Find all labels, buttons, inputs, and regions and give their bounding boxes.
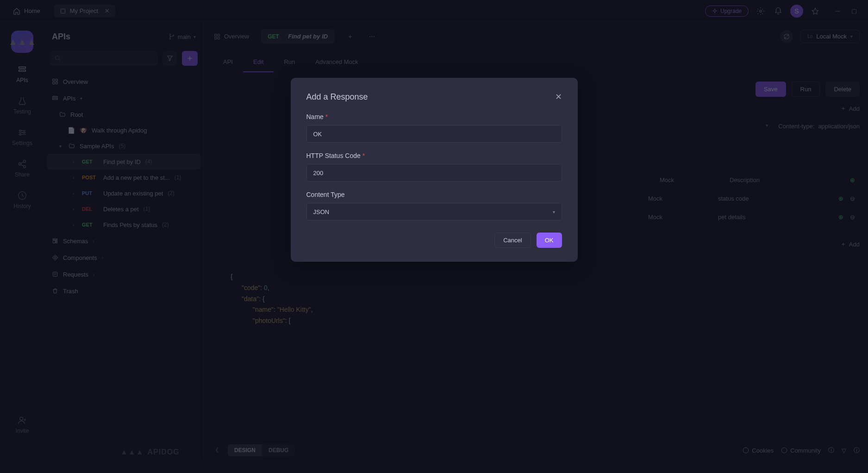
modal-footer: Cancel OK	[306, 233, 562, 248]
code-input[interactable]	[306, 164, 562, 182]
modal-header: Add a Response ✕	[306, 92, 562, 102]
label-text: Name	[306, 113, 324, 120]
form-group-name: Name *	[306, 113, 562, 143]
type-label: Content Type	[306, 191, 562, 198]
form-group-type: Content Type JSON ▾	[306, 191, 562, 221]
form-group-code: HTTP Status Code *	[306, 152, 562, 182]
chevron-down-icon: ▾	[553, 209, 555, 214]
name-label: Name *	[306, 113, 562, 120]
cancel-button[interactable]: Cancel	[494, 233, 531, 248]
name-input[interactable]	[306, 125, 562, 143]
required-mark: *	[325, 113, 328, 120]
type-select[interactable]: JSON ▾	[306, 203, 562, 221]
modal-title-text: Add a Response	[306, 92, 368, 102]
label-text: HTTP Status Code	[306, 152, 361, 159]
required-mark: *	[362, 152, 365, 159]
ok-button[interactable]: OK	[537, 233, 562, 248]
modal-overlay[interactable]: Add a Response ✕ Name * HTTP Status Code…	[0, 0, 868, 473]
code-label: HTTP Status Code *	[306, 152, 562, 159]
add-response-modal: Add a Response ✕ Name * HTTP Status Code…	[291, 78, 578, 262]
close-icon[interactable]: ✕	[555, 92, 562, 102]
select-value: JSON	[313, 208, 330, 215]
